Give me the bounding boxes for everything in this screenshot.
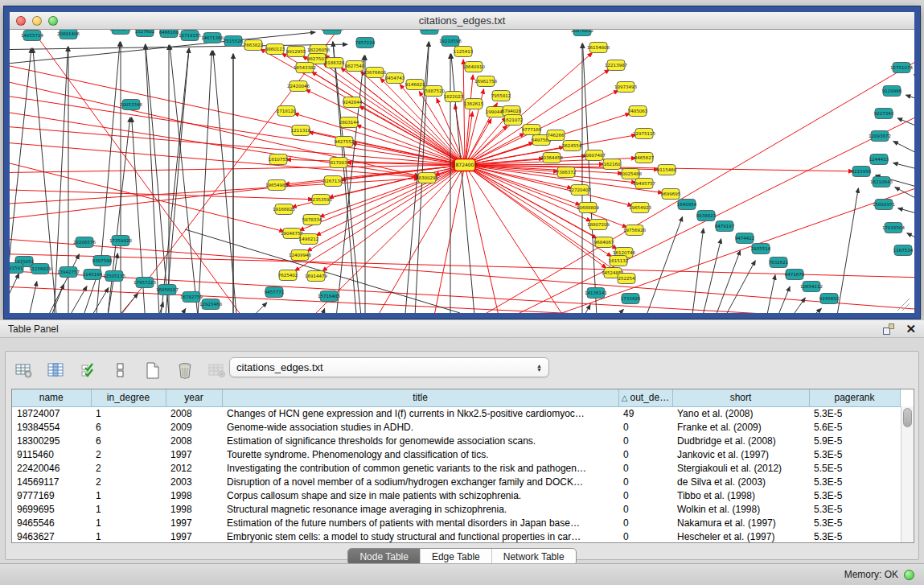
minimize-window-icon[interactable] <box>32 16 42 26</box>
graph-node[interactable]: 10653247 <box>109 30 132 35</box>
table-row[interactable]: 1456911722003Disruption of a novel membe… <box>12 475 900 488</box>
graph-node[interactable]: 1640954 <box>677 200 697 210</box>
graph-node[interactable]: 12353593 <box>310 195 332 205</box>
graph-node[interactable]: 9129966 <box>882 86 902 97</box>
toggle-panes-icon[interactable] <box>110 360 131 381</box>
table-row[interactable]: 977716911998Corpus callosum shape and si… <box>12 488 900 502</box>
graph-node[interactable]: 9699695 <box>661 189 681 200</box>
graph-node[interactable]: 17359928 <box>109 236 132 246</box>
graph-node[interactable]: 13942757 <box>57 267 80 278</box>
graph-node[interactable]: 17016504 <box>882 223 905 233</box>
column-header-pagerank[interactable]: pagerank <box>809 389 900 406</box>
graph-node[interactable]: 7955812 <box>491 91 511 101</box>
table-row[interactable]: 911546021997Tourette syndrome. Phenomeno… <box>12 447 900 461</box>
new-table-icon[interactable] <box>142 360 163 381</box>
graph-node[interactable]: 9242844 <box>343 97 363 108</box>
graph-node[interactable]: 7857224 <box>355 38 376 48</box>
graph-node[interactable]: 9227343 <box>874 109 894 119</box>
graph-node[interactable]: 16543382 <box>294 63 316 73</box>
delete-table-icon[interactable] <box>175 360 195 381</box>
graph-node[interactable]: 1527602 <box>135 30 155 37</box>
tab-node-table[interactable]: Node Table <box>348 549 420 565</box>
graph-node[interactable]: 12409948 <box>289 250 311 261</box>
graph-node[interactable]: 8454743 <box>385 73 405 84</box>
graph-node[interactable]: 16782759 <box>180 292 203 303</box>
graph-node[interactable]: 252254 <box>618 274 635 284</box>
graph-node[interactable]: 17957223 <box>133 278 156 288</box>
table-settings-icon[interactable] <box>14 360 35 381</box>
graph-node[interactable]: 16914479 <box>305 271 327 282</box>
graph-node[interactable]: 20876812 <box>571 30 593 36</box>
graph-node[interactable]: 10654112 <box>800 282 823 292</box>
column-header-out_degree[interactable]: △out_de… <box>618 389 672 406</box>
graph-node[interactable]: 9397588 <box>92 256 113 266</box>
close-panel-icon[interactable]: ✕ <box>906 323 916 335</box>
graph-node[interactable]: 19654923 <box>629 203 651 213</box>
graph-node[interactable]: 14671368 <box>201 33 224 43</box>
graph-node[interactable]: 1362615 <box>464 99 484 109</box>
graph-node[interactable]: 20206576 <box>73 237 96 248</box>
zoom-window-icon[interactable] <box>48 16 58 26</box>
graph-node[interactable]: 10688809 <box>577 203 599 213</box>
graph-node[interactable]: 1498212 <box>299 234 319 245</box>
table-row[interactable]: 1938455462009Genome-wide association stu… <box>12 420 900 434</box>
graph-node[interactable]: 1733426 <box>621 294 641 304</box>
graph-node[interactable]: 12093872 <box>869 131 891 142</box>
graph-node[interactable]: 12923468 <box>199 299 222 310</box>
graph-node[interactable]: 15716485 <box>318 291 340 302</box>
graph-node[interactable]: 8860123 <box>265 44 285 55</box>
column-header-name[interactable]: name <box>12 389 91 406</box>
graph-node[interactable]: 8215958 <box>852 167 872 177</box>
tab-network-table[interactable]: Network Table <box>491 549 576 565</box>
graph-node[interactable]: 1615132 <box>609 256 629 266</box>
graph-node[interactable]: 10025488 <box>619 169 642 179</box>
graph-node[interactable]: 16033809 <box>321 30 343 35</box>
graph-node[interactable]: 20364456 <box>540 153 563 163</box>
graph-node[interactable]: 9457771 <box>265 287 285 298</box>
graph-node[interactable]: 10719155 <box>179 31 201 41</box>
graph-node[interactable]: 9474422 <box>735 233 755 244</box>
graph-node[interactable]: 9777169 <box>522 125 542 135</box>
table-select-dropdown[interactable]: citations_edges.txt ▲▼ <box>229 357 549 377</box>
graph-node[interactable]: 9684067 <box>594 237 614 248</box>
graph-node[interactable]: 16958107 <box>156 285 179 295</box>
graph-node[interactable]: 19495757 <box>633 179 655 189</box>
graph-node[interactable]: 10973493 <box>614 82 637 93</box>
graph-node[interactable]: 18724007 <box>453 159 478 171</box>
table-row[interactable]: 969969511998Structural magnetic resonanc… <box>12 502 900 516</box>
graph-node[interactable]: 7485063 <box>628 106 648 117</box>
graph-node[interactable]: 7515526 <box>224 36 244 47</box>
graph-node[interactable]: 3624554 <box>562 141 582 151</box>
graph-node[interactable]: 817003 <box>330 158 347 168</box>
graph-node[interactable]: 20053346 <box>120 100 142 110</box>
graph-node[interactable]: 8938923 <box>696 211 717 221</box>
graph-node[interactable]: 8813054 <box>420 30 440 35</box>
graph-node[interactable]: 9827548 <box>345 61 365 72</box>
memory-ok-icon[interactable] <box>904 570 914 580</box>
graph-node[interactable]: 1125413 <box>454 47 474 57</box>
graph-node[interactable]: 19218596 <box>439 36 462 47</box>
graph-node[interactable]: 2718120 <box>277 106 297 117</box>
table-row[interactable]: 946362711997Embryonic stem cells: a mode… <box>12 529 900 543</box>
graph-node[interactable]: 19756928 <box>623 225 646 236</box>
column-header-short[interactable]: short <box>672 389 809 406</box>
graph-node[interactable]: 7625402 <box>278 270 298 281</box>
graph-node[interactable]: 11156829 <box>29 264 51 274</box>
graph-node[interactable]: 2935514 <box>751 244 771 254</box>
graph-node[interactable]: 23676608 <box>363 68 386 78</box>
graph-node[interactable]: 6479197 <box>715 221 735 232</box>
graph-node[interactable]: 8471676 <box>785 270 805 280</box>
graph-node[interactable]: 18640910 <box>462 62 485 72</box>
graph-node[interactable]: 162160 <box>603 159 621 170</box>
table-row[interactable]: 2242004622012Investigating the contribut… <box>12 461 900 475</box>
graph-node[interactable]: 10807487 <box>583 150 606 161</box>
manage-columns-icon[interactable] <box>46 360 67 381</box>
float-panel-icon[interactable] <box>883 323 894 335</box>
graph-node[interactable]: 9427552 <box>335 137 355 147</box>
graph-node[interactable]: 6466160 <box>159 30 179 38</box>
graph-node[interactable]: 16210643 <box>870 177 893 187</box>
graph-node[interactable]: 15892971 <box>873 200 895 210</box>
table-row[interactable]: 1830029562008Estimation of significance … <box>12 434 900 447</box>
graph-node[interactable]: 12975115 <box>633 129 655 139</box>
graph-node[interactable]: 7632621 <box>769 257 789 268</box>
